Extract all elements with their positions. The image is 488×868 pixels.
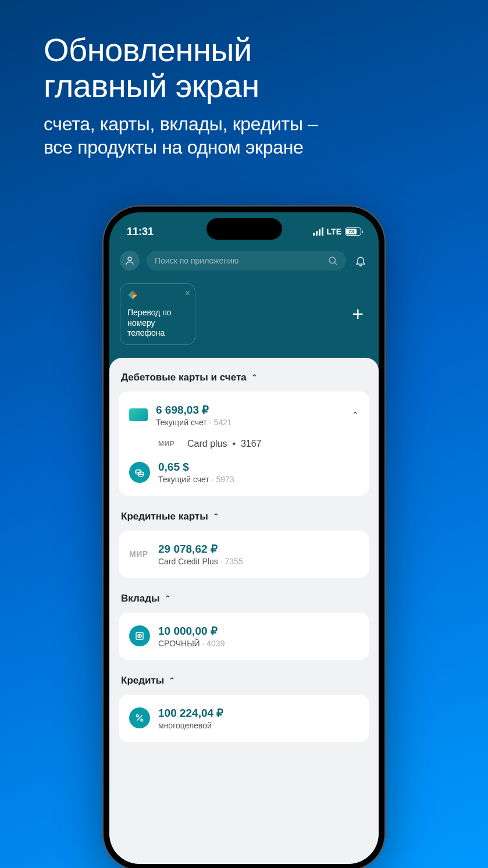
- section-credit-header[interactable]: Кредитные карты ⌃: [119, 498, 369, 531]
- credit-amount: 29 078,62 ₽: [158, 542, 359, 556]
- content-sheet: Дебетовые карты и счета ⌃ 6 698,03 ₽ Тек…: [109, 358, 379, 865]
- status-right: LTE 73: [313, 227, 361, 236]
- search-input[interactable]: Поиск по приложению: [147, 251, 346, 271]
- account-row[interactable]: 6 698,03 ₽ Текущий счет · 5421 ⌃: [119, 395, 369, 435]
- mir-logo: МИР: [129, 549, 150, 558]
- chevron-up-icon: ⌃: [165, 594, 171, 603]
- linked-card-row[interactable]: МИР Card plus • 3167: [119, 435, 369, 453]
- section-loans-title: Кредиты: [121, 675, 164, 686]
- coins-icon: [129, 462, 150, 483]
- deposit-amount: 10 000,00 ₽: [158, 624, 359, 638]
- account-sub: Текущий счет · 5973: [158, 475, 359, 484]
- quick-action-label: Перевод по номеру телефона: [127, 308, 176, 339]
- phone-frame: 11:31 LTE 73 Поиск по приложению: [104, 207, 384, 868]
- profile-button[interactable]: [120, 251, 140, 271]
- mir-logo: МИР: [158, 440, 179, 448]
- account-amount: 6 698,03 ₽: [156, 403, 344, 417]
- loan-sub: многоцелевой: [158, 721, 359, 730]
- safe-icon: [129, 625, 150, 646]
- linked-card-label: Card plus • 3167: [187, 439, 261, 449]
- section-loans-header[interactable]: Кредиты ⌃: [119, 662, 369, 695]
- svg-marker-5: [133, 295, 137, 300]
- battery-icon: 73: [345, 227, 361, 236]
- svg-marker-4: [133, 291, 137, 296]
- close-icon[interactable]: ×: [185, 289, 190, 298]
- phone-screen: 11:31 LTE 73 Поиск по приложению: [109, 212, 379, 864]
- status-network: LTE: [327, 227, 341, 236]
- deposit-row[interactable]: 10 000,00 ₽ СРОЧНЫЙ · 4039: [119, 616, 369, 656]
- section-credit-title: Кредитные карты: [121, 511, 208, 522]
- svg-marker-6: [129, 295, 133, 300]
- promo-title-line2: главный экран: [44, 67, 259, 104]
- svg-point-11: [139, 635, 140, 636]
- credit-sub: Card Credit Plus · 7355: [158, 557, 359, 566]
- account-sub: Текущий счет · 5421: [156, 418, 344, 427]
- quick-action-transfer[interactable]: × Перевод по номеру телефона: [120, 283, 195, 345]
- search-placeholder: Поиск по приложению: [155, 256, 327, 265]
- credit-row[interactable]: МИР 29 078,62 ₽ Card Credit Plus · 7355: [119, 534, 369, 574]
- svg-line-2: [334, 262, 337, 265]
- loan-row[interactable]: 100 224,04 ₽ многоцелевой: [119, 698, 369, 738]
- notifications-button[interactable]: [353, 253, 368, 268]
- dynamic-island: [206, 218, 282, 240]
- chevron-up-icon: ⌃: [169, 676, 175, 685]
- section-debit-title: Дебетовые карты и счета: [121, 372, 247, 383]
- account-row[interactable]: 0,65 $ Текущий счет · 5973: [119, 453, 369, 492]
- chevron-up-icon: ⌃: [352, 410, 359, 419]
- status-time: 11:31: [127, 226, 154, 238]
- promo-sub-line1: счета, карты, вклады, кредиты –: [44, 113, 318, 134]
- percent-icon: [129, 707, 150, 728]
- chevron-up-icon: ⌃: [251, 373, 258, 382]
- loans-card: 100 224,04 ₽ многоцелевой: [119, 695, 369, 742]
- signal-icon: [313, 227, 323, 236]
- promo-title: Обновленный главный экран: [0, 0, 488, 112]
- svg-point-1: [329, 257, 336, 264]
- card-mini-icon: [129, 408, 148, 421]
- deposit-sub: СРОЧНЫЙ · 4039: [158, 639, 359, 648]
- promo-sub-line2: все продукты на одном экране: [44, 137, 304, 158]
- battery-pct: 73: [346, 229, 357, 234]
- section-deposits-title: Вклады: [121, 593, 160, 604]
- account-amount: 0,65 $: [158, 461, 359, 474]
- person-icon: [124, 255, 135, 266]
- add-quick-action-button[interactable]: +: [352, 303, 368, 325]
- svg-point-13: [136, 714, 138, 717]
- app-header: Поиск по приложению: [109, 241, 379, 279]
- chevron-up-icon: ⌃: [213, 512, 219, 521]
- quick-actions: × Перевод по номеру телефона +: [109, 279, 379, 358]
- section-deposits-header[interactable]: Вклады ⌃: [119, 580, 369, 613]
- debit-card: 6 698,03 ₽ Текущий счет · 5421 ⌃ МИР Car…: [119, 392, 369, 496]
- promo-subtitle: счета, карты, вклады, кредиты – все прод…: [0, 112, 488, 159]
- promo-title-line1: Обновленный: [44, 31, 252, 68]
- bell-icon: [355, 255, 366, 266]
- section-debit-header[interactable]: Дебетовые карты и счета ⌃: [119, 368, 369, 392]
- svg-point-14: [141, 719, 143, 721]
- svg-line-12: [137, 716, 143, 721]
- svg-point-0: [128, 257, 131, 261]
- sbp-icon: [127, 290, 176, 303]
- credit-card: МИР 29 078,62 ₽ Card Credit Plus · 7355: [119, 531, 369, 578]
- search-icon: [327, 255, 338, 266]
- loan-amount: 100 224,04 ₽: [158, 706, 359, 720]
- deposits-card: 10 000,00 ₽ СРОЧНЫЙ · 4039: [119, 613, 369, 660]
